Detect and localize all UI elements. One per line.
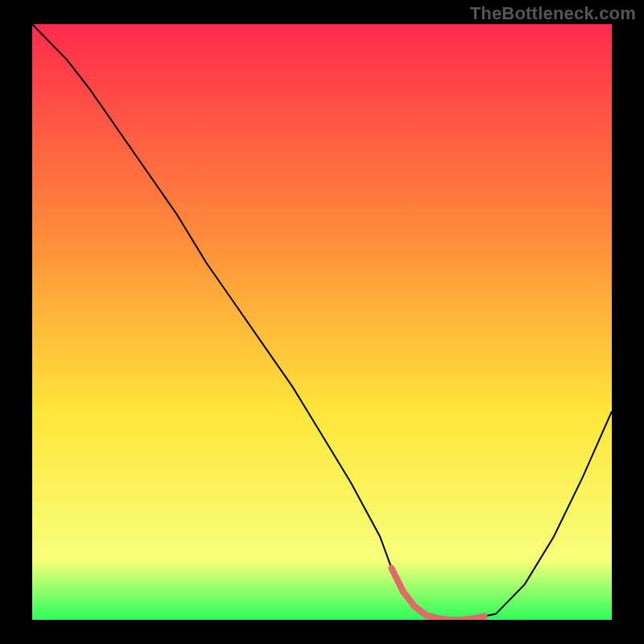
chart-frame: TheBottleneck.com <box>0 0 644 644</box>
watermark-text: TheBottleneck.com <box>470 3 636 24</box>
plot-area <box>32 24 612 620</box>
gradient-background <box>32 24 612 620</box>
chart-svg <box>32 24 612 620</box>
